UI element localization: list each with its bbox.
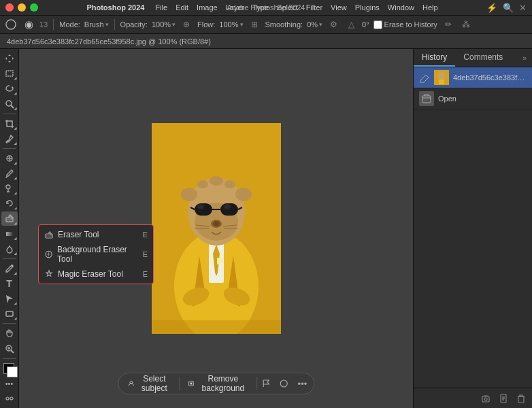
angle-icon[interactable]: △ xyxy=(344,18,358,31)
tool-crop[interactable] xyxy=(1,117,18,131)
history-pencil-icon xyxy=(419,72,430,83)
menu-plugins[interactable]: Plugins xyxy=(355,3,380,12)
menu-file[interactable]: File xyxy=(155,3,167,12)
tool-hand[interactable] xyxy=(1,326,18,340)
tablet-icon[interactable]: ✏ xyxy=(442,18,455,31)
flyout-item-eraser[interactable]: Eraser Tool E xyxy=(39,227,153,242)
mode-value: Brush xyxy=(84,20,104,29)
erase-to-history-label: Erase to History xyxy=(384,20,437,29)
svg-point-38 xyxy=(224,204,231,209)
smoothing-label: Smoothing: xyxy=(265,20,303,29)
circle-button[interactable] xyxy=(276,377,293,390)
toolbar-separator5 xyxy=(3,358,16,359)
new-document-from-state-button[interactable] xyxy=(497,392,510,405)
flag-button[interactable] xyxy=(259,377,275,390)
meerkat-svg xyxy=(152,123,281,334)
titlebar: Photoshop 2024 File Edit Image Layer Typ… xyxy=(0,0,532,15)
flyout-bg-eraser-label: Background Eraser Tool xyxy=(57,245,139,264)
flyout-item-bg-eraser[interactable]: Background Eraser Tool E xyxy=(39,242,153,267)
context-separator2 xyxy=(256,377,257,390)
flyout-bg-eraser-shortcut: E xyxy=(143,250,148,258)
window-controls[interactable] xyxy=(5,3,38,12)
opacity-value: 100% xyxy=(152,20,171,29)
context-bar: Select subject Remove background ••• xyxy=(118,373,315,394)
history-item-open[interactable]: Open xyxy=(414,88,532,109)
svg-line-13 xyxy=(11,350,14,353)
brush-preset-icon[interactable]: ◉ xyxy=(22,18,35,31)
separator xyxy=(53,19,54,30)
menu-window[interactable]: Window xyxy=(388,3,414,12)
tool-path-select[interactable] xyxy=(1,292,18,305)
menu-help[interactable]: Help xyxy=(422,3,438,12)
tool-marquee[interactable] xyxy=(1,67,18,80)
tool-more[interactable]: ••• xyxy=(1,377,18,390)
foreground-color[interactable] xyxy=(1,361,18,375)
menu-edit[interactable]: Edit xyxy=(176,3,188,12)
flyout-magic-eraser-label: Magic Eraser Tool xyxy=(58,269,123,279)
smoothing-options-icon[interactable]: ⚙ xyxy=(327,18,340,31)
more-options-button[interactable]: ••• xyxy=(294,376,312,392)
svg-point-2 xyxy=(6,101,12,106)
menu-image[interactable]: Image xyxy=(197,3,218,12)
tool-move[interactable] xyxy=(1,52,18,65)
tool-eraser[interactable] xyxy=(1,211,18,225)
delete-button[interactable] xyxy=(514,392,528,405)
flow-icon[interactable]: ⊞ xyxy=(248,18,261,31)
search-icon[interactable]: 🔍 xyxy=(503,3,514,13)
butterfly-icon[interactable]: ⁂ xyxy=(459,18,473,31)
svg-point-47 xyxy=(225,180,235,188)
svg-point-29 xyxy=(181,188,197,201)
tool-healing[interactable] xyxy=(1,152,18,165)
right-icons[interactable]: ⚡ 🔍 ✕ xyxy=(486,3,527,13)
opacity-control[interactable]: 100% ▾ xyxy=(152,20,176,29)
history-item-file[interactable]: 4deb37d56c3e383fc27db65ce... xyxy=(414,67,532,88)
flow-chevron: ▾ xyxy=(240,21,244,28)
remove-background-button[interactable]: Remove background xyxy=(181,371,255,396)
app-name: Photoshop 2024 xyxy=(86,3,144,12)
close-button[interactable] xyxy=(5,3,14,12)
tool-lasso[interactable] xyxy=(1,82,18,95)
tool-preset-picker[interactable] xyxy=(4,18,18,31)
tool-zoom[interactable] xyxy=(1,341,18,355)
smoothing-control[interactable]: 0% ▾ xyxy=(307,20,322,29)
mode-dropdown[interactable]: Brush ▾ xyxy=(84,20,109,29)
tool-pen[interactable] xyxy=(1,262,18,275)
tool-extra[interactable] xyxy=(1,392,18,405)
cc-icon[interactable]: ⚡ xyxy=(486,3,497,13)
erase-to-history-checkbox[interactable] xyxy=(373,20,382,29)
tab-comments[interactable]: Comments xyxy=(455,49,511,67)
erase-to-history-check[interactable]: Erase to History xyxy=(373,20,437,29)
brush-size-value: 13 xyxy=(39,20,48,29)
tool-type[interactable]: T xyxy=(1,277,18,290)
tool-blur[interactable] xyxy=(1,242,18,256)
opacity-chevron: ▾ xyxy=(172,21,176,28)
toolbar-separator3 xyxy=(3,258,16,259)
history-panel: History Comments » 4deb37d56c3e383fc27db… xyxy=(413,49,532,408)
snapshot-button[interactable] xyxy=(479,392,493,405)
tool-history-brush[interactable] xyxy=(1,197,18,210)
flow-control[interactable]: 100% ▾ xyxy=(219,20,243,29)
tool-stamp[interactable] xyxy=(1,182,18,195)
svg-rect-49 xyxy=(152,320,281,334)
minimize-button[interactable] xyxy=(18,3,26,12)
flyout-magic-eraser-shortcut: E xyxy=(143,270,148,278)
menu-filter[interactable]: Filter xyxy=(306,3,322,12)
svg-rect-58 xyxy=(422,96,431,103)
tool-gradient[interactable] xyxy=(1,227,18,241)
toolbar: T ••• xyxy=(0,49,19,408)
menu-view[interactable]: View xyxy=(331,3,347,12)
select-subject-button[interactable]: Select subject xyxy=(121,371,178,396)
tool-quick-select[interactable] xyxy=(1,97,18,111)
close-window-icon[interactable]: ✕ xyxy=(519,3,527,13)
tool-brush[interactable] xyxy=(1,167,18,180)
tool-eyedropper[interactable] xyxy=(1,132,18,146)
tool-rectangle[interactable] xyxy=(1,307,18,320)
maximize-button[interactable] xyxy=(30,3,38,12)
panel-expand-button[interactable]: » xyxy=(517,51,532,65)
svg-rect-57 xyxy=(439,80,444,84)
more-options-icon: ••• xyxy=(298,379,307,389)
flyout-item-magic-eraser[interactable]: Magic Eraser Tool E xyxy=(39,267,153,282)
tab-history[interactable]: History xyxy=(414,49,455,67)
document-tab[interactable]: 4deb37d56c3e383fc27db65ce53f958c.jpg @ 1… xyxy=(0,34,532,49)
airbrush-icon[interactable]: ⊕ xyxy=(180,18,193,31)
